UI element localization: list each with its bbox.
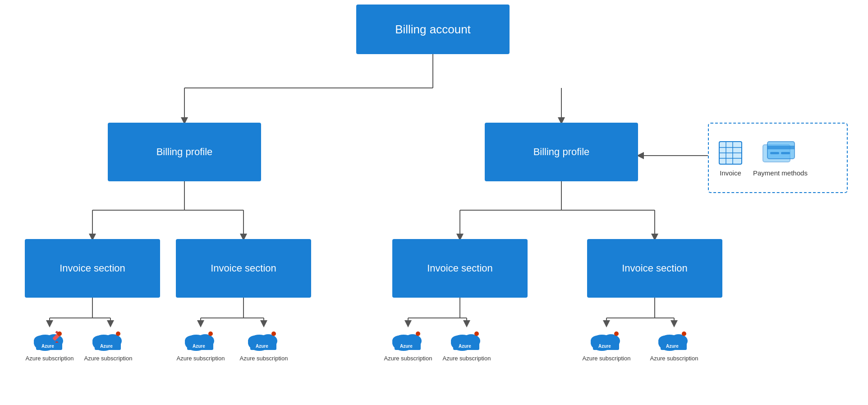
azure-icon-5: Azure [390,324,426,353]
azure-sub-1-label: Azure subscription [26,355,74,362]
svg-rect-89 [767,146,795,149]
svg-text:Azure: Azure [193,344,205,349]
invoice-section-2-node: Invoice section [176,239,311,298]
invoice-section-3-node: Invoice section [392,239,528,298]
azure-sub-1: Azure Azure subscription [25,324,74,362]
diagram: Billing account Billing profile Billing … [0,0,868,405]
azure-sub-6: Azure Azure subscription [442,324,491,362]
invoice-payment-box: Invoice Payment methods [708,123,848,193]
svg-text:Azure: Azure [41,344,54,349]
svg-text:Azure: Azure [400,344,413,349]
azure-sub-6-label: Azure subscription [443,355,491,362]
azure-sub-7: Azure Azure subscription [582,324,631,362]
azure-sub-2-label: Azure subscription [84,355,133,362]
azure-sub-8: Azure Azure subscription [649,324,699,362]
svg-text:Azure: Azure [256,344,268,349]
azure-icon-8: Azure [656,324,692,353]
svg-point-67 [474,331,479,336]
svg-text:Azure: Azure [598,344,611,349]
svg-point-49 [208,331,213,336]
svg-text:Azure: Azure [666,344,679,349]
azure-sub-3: Azure Azure subscription [176,324,225,362]
azure-sub-8-label: Azure subscription [650,355,698,362]
azure-sub-4-label: Azure subscription [240,355,288,362]
svg-point-37 [57,331,62,336]
azure-icon-7: Azure [588,324,625,353]
azure-icon-4: Azure [246,324,282,353]
payment-methods-item: Payment methods [753,139,808,177]
invoice-section-4-node: Invoice section [587,239,722,298]
svg-rect-90 [770,152,779,154]
billing-profile-left-node: Billing profile [108,123,261,181]
azure-icon-1: Azure [32,324,68,353]
azure-sub-2: Azure Azure subscription [83,324,133,362]
azure-sub-7-label: Azure subscription [583,355,631,362]
svg-text:Azure: Azure [459,344,471,349]
svg-point-43 [116,331,120,336]
payment-methods-label: Payment methods [753,169,808,177]
svg-point-61 [416,331,420,336]
invoice-icon [717,139,744,166]
svg-point-79 [682,331,686,336]
azure-sub-5: Azure Azure subscription [383,324,433,362]
billing-profile-right-node: Billing profile [485,123,638,181]
azure-sub-4: Azure Azure subscription [239,324,289,362]
azure-icon-3: Azure [183,324,219,353]
invoice-label: Invoice [720,169,741,177]
svg-point-55 [271,331,276,336]
billing-account-node: Billing account [356,5,510,54]
azure-icon-2: Azure [90,324,126,353]
invoice-item: Invoice [717,139,744,177]
svg-rect-88 [767,142,795,159]
azure-sub-5-label: Azure subscription [384,355,432,362]
azure-sub-3-label: Azure subscription [177,355,225,362]
svg-point-73 [614,331,619,336]
svg-rect-91 [781,152,790,154]
azure-icon-6: Azure [449,324,485,353]
payment-icon [762,139,798,166]
svg-text:Azure: Azure [100,344,113,349]
invoice-section-1-node: Invoice section [25,239,160,298]
